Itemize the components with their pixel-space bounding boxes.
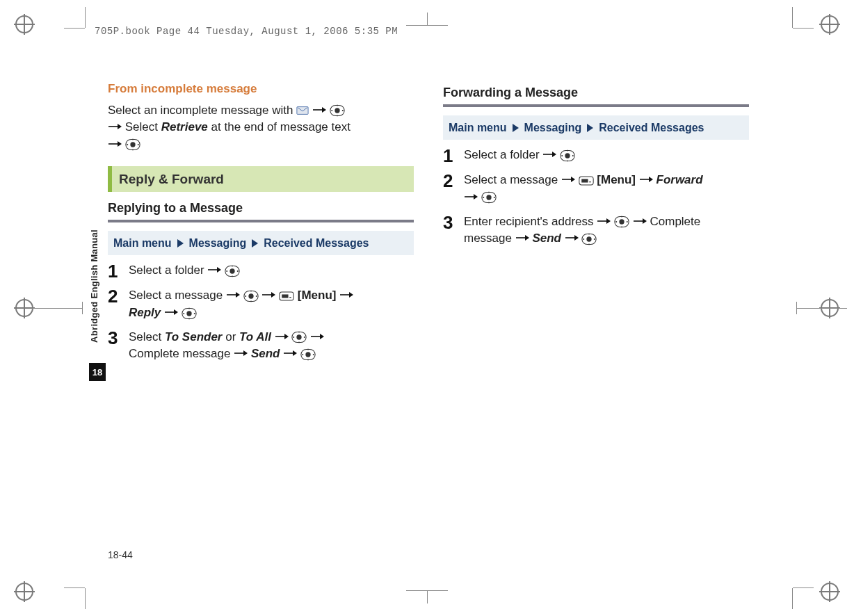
text: Complete message	[129, 347, 234, 360]
svg-marker-86	[474, 194, 478, 200]
svg-point-67	[313, 354, 314, 355]
svg-point-97	[615, 221, 617, 222]
svg-marker-2	[322, 107, 326, 113]
svg-marker-41	[349, 292, 353, 298]
send-label: Send	[532, 232, 561, 245]
svg-point-4	[335, 108, 339, 113]
nav-center-button-icon	[614, 216, 629, 228]
svg-point-96	[619, 219, 624, 224]
arrow-icon	[339, 291, 353, 299]
arrow-icon	[275, 332, 289, 341]
text: Select a folder	[464, 148, 542, 161]
breadcrumb-separator-icon	[587, 124, 593, 132]
svg-point-109	[583, 238, 585, 240]
file-stamp: 705P.book Page 44 Tuesday, August 1, 200…	[95, 26, 398, 37]
svg-point-65	[305, 352, 310, 357]
step-1: 1 Select a folder	[443, 147, 749, 165]
nav-center-button-icon	[125, 138, 140, 151]
text: Select	[125, 120, 161, 133]
svg-point-66	[302, 354, 303, 355]
svg-point-88	[486, 195, 491, 200]
crop-mark-bottom-left	[71, 574, 99, 602]
chapter-tab: 18	[89, 363, 106, 381]
nav-center-button-icon	[481, 191, 497, 204]
step-number: 3	[108, 329, 122, 347]
breadcrumb-item: Main menu	[449, 120, 507, 136]
svg-marker-61	[243, 350, 248, 356]
nav-center-button-icon	[300, 348, 316, 361]
softkey-button-icon	[579, 175, 594, 187]
arrow-icon	[464, 193, 478, 201]
nav-center-button-icon	[291, 331, 307, 343]
to-sender-label: To Sender	[165, 330, 223, 343]
svg-point-30	[248, 293, 253, 298]
step-3: 3 Select To Sender or To All Complete me…	[108, 329, 414, 363]
svg-marker-79	[571, 177, 575, 182]
menu-label: [Menu]	[298, 289, 337, 302]
nav-center-button-icon	[581, 233, 597, 245]
svg-point-6	[341, 110, 343, 111]
arrow-icon	[108, 122, 122, 131]
step-number: 1	[443, 147, 457, 165]
nav-center-button-icon	[182, 307, 197, 320]
arrow-icon	[283, 349, 297, 357]
svg-marker-94	[606, 218, 611, 224]
text: or	[225, 330, 239, 343]
crop-mark-bottom-right	[779, 574, 807, 602]
breadcrumb-separator-icon	[252, 239, 258, 248]
svg-point-47	[194, 313, 195, 314]
step-number: 1	[108, 262, 122, 280]
svg-rect-38	[282, 294, 288, 298]
softkey-button-icon	[279, 290, 294, 302]
svg-point-24	[237, 270, 239, 272]
svg-point-89	[483, 197, 484, 198]
svg-point-46	[183, 313, 184, 314]
svg-point-73	[565, 153, 570, 158]
arrow-icon	[597, 217, 611, 225]
step-1: 1 Select a folder	[108, 262, 414, 280]
reg-mark-mid-left	[15, 299, 33, 317]
svg-point-14	[130, 143, 135, 147]
reply-label: Reply	[129, 306, 161, 319]
svg-point-108	[587, 236, 592, 241]
svg-marker-43	[174, 309, 178, 315]
text: at the end of message text	[211, 120, 351, 133]
incomplete-para: Select an incomplete message with Select…	[108, 102, 414, 154]
text: Enter recipient's address	[464, 215, 597, 228]
message-icon	[296, 106, 309, 115]
arrow-icon	[207, 266, 221, 274]
svg-marker-12	[118, 141, 122, 147]
svg-point-90	[494, 197, 495, 198]
crop-mark-top-right	[779, 14, 807, 42]
svg-point-54	[293, 337, 295, 338]
forward-steps: 1 Select a folder 2 Select a message [Me…	[443, 147, 749, 248]
arrow-icon	[312, 106, 326, 114]
reg-mark-top-left	[15, 15, 33, 33]
arrow-icon	[108, 140, 122, 148]
svg-point-31	[245, 295, 246, 297]
svg-point-98	[627, 221, 628, 222]
nav-center-button-icon	[225, 265, 240, 277]
heading-rule	[443, 104, 749, 107]
arrow-icon	[234, 349, 248, 357]
svg-point-15	[127, 144, 128, 145]
replying-heading: Replying to a Message	[108, 199, 414, 217]
breadcrumb: Main menu Messaging Received Messages	[443, 115, 749, 140]
page-number: 18-44	[108, 549, 133, 560]
arrow-icon	[310, 332, 324, 341]
svg-point-23	[226, 270, 227, 272]
text: Select a message	[129, 289, 226, 302]
svg-point-74	[561, 155, 563, 156]
arrow-icon	[515, 234, 529, 242]
svg-marker-36	[271, 292, 275, 298]
reply-steps: 1 Select a folder 2 Select a message [Me…	[108, 262, 414, 363]
breadcrumb-item: Received Messages	[599, 120, 704, 136]
page-content: From incomplete message Select an incomp…	[108, 81, 749, 505]
step-number: 2	[108, 287, 122, 305]
to-all-label: To All	[239, 330, 271, 343]
arrow-icon	[639, 175, 653, 184]
arrow-icon	[633, 217, 647, 225]
arrow-icon	[565, 234, 579, 242]
text: Select	[129, 330, 165, 343]
send-label: Send	[251, 347, 280, 360]
